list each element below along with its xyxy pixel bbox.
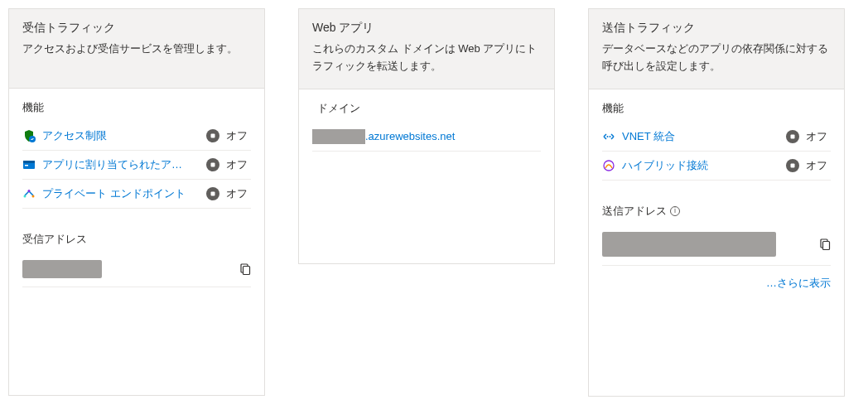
feature-link[interactable]: アクセス制限 bbox=[42, 128, 200, 143]
inbound-desc: アクセスおよび受信サービスを管理します。 bbox=[22, 41, 251, 58]
outbound-address-value bbox=[602, 232, 776, 257]
feature-row-hybrid[interactable]: ハイブリッド接続 オフ bbox=[602, 152, 831, 181]
copy-icon[interactable] bbox=[817, 238, 831, 251]
status-text: オフ bbox=[226, 128, 251, 143]
domain-name-redacted bbox=[312, 129, 365, 144]
status-text: オフ bbox=[806, 129, 831, 144]
svg-point-6 bbox=[24, 195, 27, 198]
domain-suffix: .azurewebsites.net bbox=[365, 130, 455, 142]
hybrid-connection-icon bbox=[602, 159, 615, 172]
webapp-card: Web アプリ これらのカスタム ドメインは Web アプリにトラフィックを転送… bbox=[298, 8, 555, 264]
webapp-header: Web アプリ これらのカスタム ドメインは Web アプリにトラフィックを転送… bbox=[299, 9, 554, 89]
outbound-desc: データベースなどのアプリの依存関係に対する呼び出しを設定します。 bbox=[602, 41, 831, 75]
feature-link[interactable]: ハイブリッド接続 bbox=[622, 158, 779, 173]
card-icon bbox=[22, 158, 36, 171]
status-off-icon bbox=[786, 159, 799, 172]
webapp-title: Web アプリ bbox=[312, 21, 541, 36]
svg-point-13 bbox=[610, 136, 611, 137]
outbound-address-label: 送信アドレス i bbox=[602, 204, 831, 219]
svg-rect-5 bbox=[211, 163, 215, 167]
svg-point-8 bbox=[28, 190, 31, 192]
status-text: オフ bbox=[226, 186, 251, 201]
svg-point-15 bbox=[604, 161, 614, 171]
feature-link[interactable]: VNET 統合 bbox=[622, 129, 779, 144]
svg-rect-4 bbox=[25, 165, 28, 166]
status-off-icon bbox=[206, 187, 219, 200]
feature-row-private-endpoint[interactable]: プライベート エンドポイント オフ bbox=[22, 180, 251, 209]
inbound-address-value bbox=[22, 260, 102, 278]
status-off-icon bbox=[206, 129, 219, 142]
info-icon[interactable]: i bbox=[670, 206, 680, 216]
status-text: オフ bbox=[226, 157, 251, 172]
svg-rect-14 bbox=[791, 134, 795, 138]
feature-row-vnet[interactable]: VNET 統合 オフ bbox=[602, 123, 831, 152]
inbound-header: 受信トラフィック アクセスおよび受信サービスを管理します。 bbox=[9, 9, 264, 89]
private-endpoint-icon bbox=[22, 187, 36, 200]
svg-rect-9 bbox=[211, 192, 215, 196]
feature-row-assigned-addresses[interactable]: アプリに割り当てられたア… オフ bbox=[22, 151, 251, 180]
svg-point-7 bbox=[32, 195, 35, 198]
shield-icon bbox=[22, 129, 36, 142]
inbound-address-label: 受信アドレス bbox=[22, 232, 251, 247]
vnet-icon bbox=[602, 130, 615, 143]
feature-row-access-restriction[interactable]: アクセス制限 オフ bbox=[22, 122, 251, 151]
svg-point-12 bbox=[607, 136, 609, 137]
outbound-card: 送信トラフィック データベースなどのアプリの依存関係に対する呼び出しを設定します… bbox=[588, 8, 845, 397]
webapp-desc: これらのカスタム ドメインは Web アプリにトラフィックを転送します。 bbox=[312, 41, 541, 75]
copy-icon[interactable] bbox=[238, 262, 251, 276]
outbound-title: 送信トラフィック bbox=[602, 21, 831, 36]
svg-rect-18 bbox=[823, 241, 830, 249]
feature-link[interactable]: アプリに割り当てられたア… bbox=[42, 157, 200, 172]
status-text: オフ bbox=[806, 158, 831, 173]
status-off-icon bbox=[206, 158, 219, 171]
inbound-title: 受信トラフィック bbox=[22, 21, 251, 36]
inbound-card: 受信トラフィック アクセスおよび受信サービスを管理します。 機能 アクセス制限 … bbox=[8, 8, 265, 396]
svg-rect-16 bbox=[791, 163, 795, 167]
outbound-features-label: 機能 bbox=[602, 101, 831, 116]
svg-rect-11 bbox=[244, 267, 250, 275]
inbound-features-label: 機能 bbox=[22, 100, 251, 115]
webapp-domains-label: ドメイン bbox=[312, 101, 541, 116]
domain-row[interactable]: .azurewebsites.net bbox=[312, 123, 541, 152]
svg-rect-3 bbox=[23, 161, 35, 163]
feature-link[interactable]: プライベート エンドポイント bbox=[42, 186, 200, 201]
status-off-icon bbox=[786, 130, 799, 143]
outbound-header: 送信トラフィック データベースなどのアプリの依存関係に対する呼び出しを設定します… bbox=[589, 9, 844, 89]
show-more-link[interactable]: …さらに表示 bbox=[602, 276, 831, 291]
svg-rect-1 bbox=[211, 134, 215, 138]
outbound-address-label-text: 送信アドレス bbox=[602, 204, 667, 219]
